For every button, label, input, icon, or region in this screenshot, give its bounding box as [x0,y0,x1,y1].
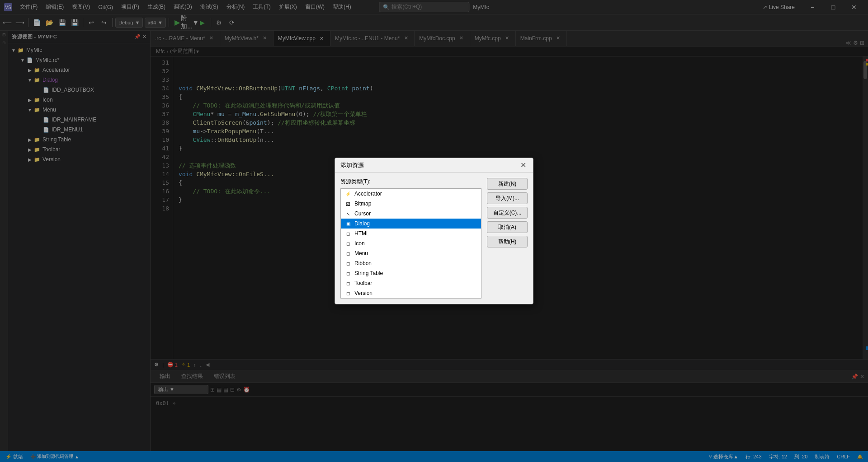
dialog-help-button[interactable]: 帮助(H) [487,236,528,247]
dialog-left: 资源类型(T): ⚡ Accelerator 🖼 Bitmap ↖ Cursor [340,178,481,299]
resource-st-label: String Table [354,270,383,276]
resource-item-accelerator[interactable]: ⚡ Accelerator [341,189,481,199]
resource-accelerator-label: Accelerator [354,191,382,197]
resource-item-ribbon[interactable]: ◻ Ribbon [341,258,481,268]
resource-accelerator-icon: ⚡ [344,190,352,197]
add-resource-dialog: 添加资源 ✕ 资源类型(T): ⚡ Accelerator 🖼 Bitmap ↖ [335,158,533,304]
resource-item-string-table[interactable]: ◻ String Table [341,268,481,278]
dialog-custom-button[interactable]: 自定义(C)... [487,207,528,219]
dialog-title-bar: 添加资源 ✕ [335,158,533,173]
resource-toolbar-label: Toolbar [354,280,372,286]
resource-dialog-icon: ▣ [344,220,352,227]
dialog-title: 添加资源 [340,161,364,169]
resource-cursor-icon: ↖ [344,210,352,217]
dialog-close-button[interactable]: ✕ [519,161,528,170]
resource-item-dialog[interactable]: ▣ Dialog [341,219,481,229]
resource-html-label: HTML [354,230,369,237]
resource-item-bitmap[interactable]: 🖼 Bitmap [341,199,481,209]
resource-item-icon[interactable]: ◻ Icon [341,238,481,248]
resource-item-html[interactable]: ◻ HTML [341,229,481,238]
resource-item-menu[interactable]: ◻ Menu [341,248,481,258]
resource-st-icon: ◻ [344,270,352,277]
resource-item-version[interactable]: ◻ Version [341,288,481,298]
resource-dialog-label: Dialog [354,220,370,227]
resource-html-icon: ◻ [344,230,352,237]
dialog-body: 资源类型(T): ⚡ Accelerator 🖼 Bitmap ↖ Cursor [335,173,533,304]
dialog-resource-label: 资源类型(T): [340,178,481,186]
dialog-new-button[interactable]: 新建(N) [487,178,528,190]
dialog-import-button[interactable]: 导入(M)... [487,192,528,204]
resource-bitmap-icon: 🖼 [344,200,352,207]
dialog-overlay: 添加资源 ✕ 资源类型(T): ⚡ Accelerator 🖼 Bitmap ↖ [0,0,868,462]
resource-version-label: Version [354,290,373,296]
resource-ribbon-label: Ribbon [354,260,372,266]
resource-ribbon-icon: ◻ [344,260,352,267]
resource-item-toolbar[interactable]: ◻ Toolbar [341,278,481,288]
resource-version-icon: ◻ [344,289,352,297]
dialog-cancel-button[interactable]: 取消(A) [487,221,528,233]
resource-item-cursor[interactable]: ↖ Cursor [341,209,481,219]
resource-toolbar-icon: ◻ [344,280,352,287]
resource-menu-label: Menu [354,250,368,257]
resource-list[interactable]: ⚡ Accelerator 🖼 Bitmap ↖ Cursor ▣ Dialog [340,188,481,299]
dialog-right: 新建(N) 导入(M)... 自定义(C)... 取消(A) 帮助(H) [487,178,528,299]
resource-icon-label: Icon [354,240,365,247]
resource-cursor-label: Cursor [354,210,371,217]
resource-icon-icon: ◻ [344,240,352,247]
resource-bitmap-label: Bitmap [354,201,371,207]
resource-menu-icon: ◻ [344,250,352,257]
